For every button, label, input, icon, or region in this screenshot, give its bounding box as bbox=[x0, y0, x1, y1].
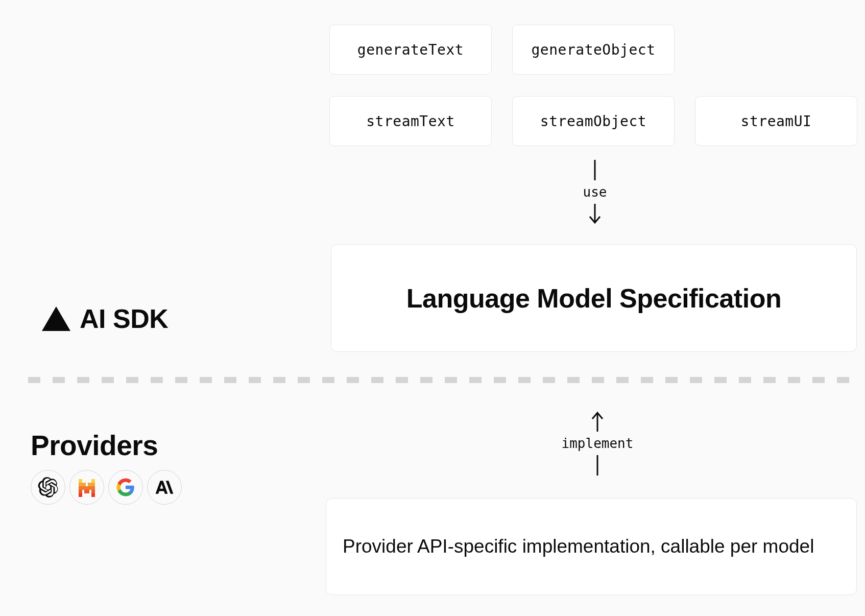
svg-rect-11 bbox=[91, 490, 95, 493]
openai-icon bbox=[31, 470, 65, 505]
api-function-label: generateObject bbox=[531, 41, 655, 58]
diagram-container: generateText generateObject streamText s… bbox=[0, 0, 865, 616]
api-function-generateObject: generateObject bbox=[512, 25, 675, 75]
api-function-streamUI: streamUI bbox=[695, 96, 857, 146]
arrow-line-icon bbox=[590, 455, 605, 476]
arrow-use-label: use bbox=[583, 184, 607, 200]
api-function-label: streamUI bbox=[741, 113, 812, 130]
svg-rect-10 bbox=[84, 490, 89, 493]
svg-rect-13 bbox=[91, 493, 95, 497]
api-function-label: streamText bbox=[366, 113, 455, 130]
svg-rect-5 bbox=[82, 483, 86, 486]
svg-rect-7 bbox=[91, 483, 95, 486]
spec-box: Language Model Specification bbox=[331, 244, 857, 352]
arrow-implement-label: implement bbox=[562, 436, 634, 451]
svg-rect-12 bbox=[79, 493, 82, 497]
sdk-brand-text: AI SDK bbox=[80, 303, 168, 334]
arrow-implement: implement bbox=[551, 411, 643, 476]
google-icon bbox=[108, 470, 143, 505]
section-divider bbox=[28, 377, 855, 383]
arrow-line-icon bbox=[587, 160, 603, 180]
svg-rect-9 bbox=[79, 490, 82, 493]
svg-rect-2 bbox=[79, 479, 82, 483]
spec-title: Language Model Specification bbox=[406, 283, 781, 314]
svg-rect-8 bbox=[79, 486, 95, 490]
providers-heading: Providers bbox=[31, 429, 182, 462]
anthropic-icon bbox=[147, 470, 182, 505]
vercel-triangle-icon bbox=[42, 306, 70, 331]
implementation-box: Provider API-specific implementation, ca… bbox=[326, 498, 857, 595]
api-function-streamText: streamText bbox=[329, 96, 492, 146]
providers-section: Providers bbox=[31, 429, 182, 505]
api-function-streamObject: streamObject bbox=[512, 96, 675, 146]
implementation-description: Provider API-specific implementation, ca… bbox=[343, 532, 814, 561]
svg-rect-3 bbox=[91, 479, 95, 483]
provider-icons-row bbox=[31, 470, 182, 505]
mistral-icon bbox=[69, 470, 104, 505]
arrow-use: use bbox=[585, 160, 605, 224]
svg-rect-4 bbox=[79, 483, 82, 486]
sdk-brand: AI SDK bbox=[42, 303, 168, 334]
api-function-label: generateText bbox=[357, 41, 464, 58]
arrow-up-icon bbox=[590, 411, 605, 432]
api-function-generateText: generateText bbox=[329, 25, 492, 75]
svg-rect-6 bbox=[88, 483, 91, 486]
api-function-label: streamObject bbox=[540, 113, 646, 130]
arrow-down-icon bbox=[587, 204, 603, 224]
